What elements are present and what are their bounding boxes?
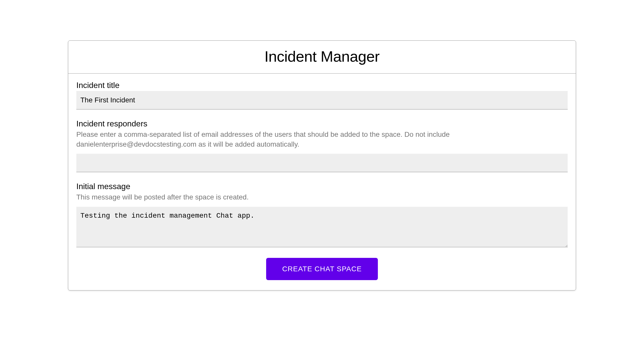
incident-responders-hint: Please enter a comma-separated list of e… (76, 129, 568, 149)
incident-title-label: Incident title (76, 81, 568, 90)
incident-responders-input[interactable] (76, 154, 568, 172)
button-row: CREATE CHAT SPACE (76, 258, 568, 280)
create-chat-space-button[interactable]: CREATE CHAT SPACE (266, 258, 378, 280)
initial-message-hint: This message will be posted after the sp… (76, 192, 568, 202)
initial-message-label: Initial message (76, 182, 568, 191)
page-title: Incident Manager (73, 48, 571, 65)
incident-responders-group: Incident responders Please enter a comma… (76, 119, 568, 172)
initial-message-textarea[interactable] (76, 207, 568, 247)
initial-message-group: Initial message This message will be pos… (76, 182, 568, 248)
incident-manager-card: Incident Manager Incident title Incident… (68, 40, 576, 290)
incident-title-group: Incident title (76, 81, 568, 109)
incident-responders-label: Incident responders (76, 119, 568, 128)
card-body: Incident title Incident responders Pleas… (68, 74, 576, 290)
card-header: Incident Manager (68, 41, 576, 74)
incident-title-input[interactable] (76, 91, 568, 109)
